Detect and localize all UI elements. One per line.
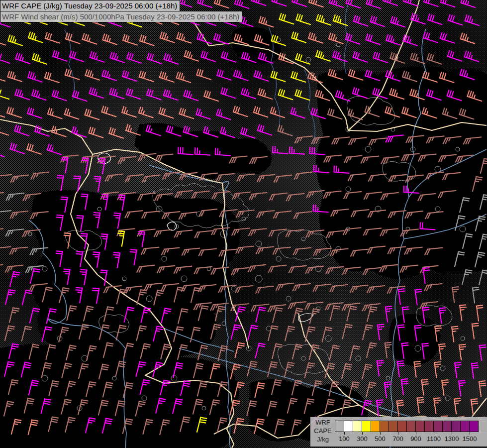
cape-legend: WRFCAPEJ/kg 100300500700900110013001500 bbox=[310, 417, 487, 447]
cape-legend-title-line: WRF bbox=[310, 418, 335, 427]
legend-tick-label: 1500 bbox=[460, 435, 480, 443]
legend-swatch bbox=[362, 421, 371, 432]
legend-tick bbox=[452, 432, 452, 435]
legend-swatch bbox=[397, 421, 407, 432]
legend-swatch bbox=[344, 421, 353, 432]
black-region bbox=[0, 344, 239, 448]
legend-tick bbox=[344, 432, 345, 435]
legend-swatch bbox=[424, 421, 434, 432]
legend-swatch bbox=[433, 421, 443, 432]
legend-swatch bbox=[353, 421, 362, 432]
legend-tick-label: 500 bbox=[370, 435, 390, 443]
cape-legend-swatches bbox=[335, 421, 479, 432]
legend-swatch bbox=[442, 421, 452, 432]
legend-swatch bbox=[469, 421, 479, 432]
legend-swatch bbox=[371, 421, 380, 432]
legend-swatch bbox=[460, 421, 470, 432]
legend-swatch bbox=[406, 421, 416, 432]
cape-legend-title: WRFCAPEJ/kg bbox=[310, 418, 335, 444]
legend-tick bbox=[398, 432, 398, 435]
legend-tick-label: 900 bbox=[406, 435, 426, 443]
legend-tick-label: 300 bbox=[352, 435, 372, 443]
weather-map bbox=[0, 0, 487, 448]
wrf-map-screenshot: WRF CAPE (J/kg) Tuesday 23-09-2025 06:00… bbox=[0, 0, 487, 448]
black-region bbox=[389, 314, 440, 366]
map-title-cape: WRF CAPE (J/kg) Tuesday 23-09-2025 06:00… bbox=[0, 0, 180, 11]
legend-swatch bbox=[451, 421, 461, 432]
legend-tick-label: 700 bbox=[388, 435, 408, 443]
legend-swatch bbox=[380, 421, 389, 432]
cape-legend-title-line: J/kg bbox=[310, 435, 335, 444]
legend-swatch bbox=[335, 421, 344, 432]
legend-swatch bbox=[415, 421, 425, 432]
legend-tick bbox=[380, 432, 381, 435]
map-title-shear: WRF Wind shear (m/s) 500/1000hPa Tuesday… bbox=[0, 11, 242, 22]
legend-tick bbox=[434, 432, 434, 435]
legend-tick-label: 1300 bbox=[442, 435, 462, 443]
legend-swatch bbox=[389, 421, 398, 432]
legend-tick bbox=[362, 432, 363, 435]
legend-tick-label: 100 bbox=[334, 435, 354, 443]
legend-tick-label: 1100 bbox=[424, 435, 444, 443]
map-title-box: WRF CAPE (J/kg) Tuesday 23-09-2025 06:00… bbox=[0, 0, 242, 22]
cape-legend-title-line: CAPE bbox=[310, 427, 335, 435]
legend-tick bbox=[416, 432, 416, 435]
legend-tick bbox=[470, 432, 470, 435]
